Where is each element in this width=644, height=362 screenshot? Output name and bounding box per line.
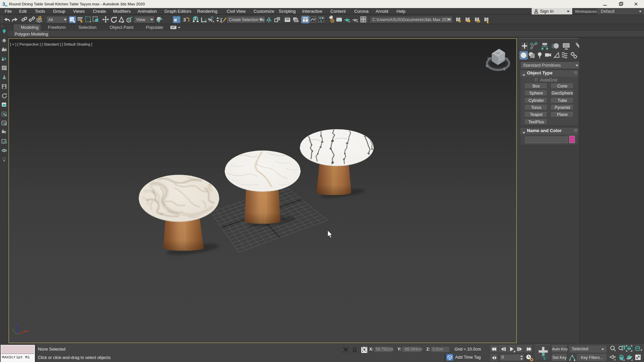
svg-text:3: 3 bbox=[183, 17, 186, 22]
svg-text:R: R bbox=[364, 20, 366, 22]
svg-text:x: x bbox=[27, 329, 29, 333]
svg-text:Create Selection Se: Create Selection Se bbox=[229, 17, 265, 22]
svg-text:z: z bbox=[16, 322, 18, 326]
svg-text:View: View bbox=[136, 17, 146, 22]
svg-text:S: S bbox=[503, 67, 505, 71]
svg-text:3: 3 bbox=[194, 17, 196, 21]
svg-text:W: W bbox=[487, 56, 490, 60]
svg-text:C:\Users\ASUS\Documents\3ds Ma: C:\Users\ASUS\Documents\3ds Max 2020 bbox=[372, 17, 451, 22]
svg-text:R: R bbox=[361, 20, 363, 22]
svg-text:All: All bbox=[48, 17, 53, 22]
svg-text:3: 3 bbox=[2, 1, 5, 7]
svg-text:N: N bbox=[486, 64, 488, 68]
svg-text:R: R bbox=[364, 17, 366, 19]
svg-text:y: y bbox=[12, 328, 14, 331]
svg-text:E: E bbox=[506, 57, 508, 60]
svg-text:{: { bbox=[221, 17, 223, 23]
svg-text:%: % bbox=[208, 17, 212, 22]
svg-text:R: R bbox=[361, 17, 363, 19]
